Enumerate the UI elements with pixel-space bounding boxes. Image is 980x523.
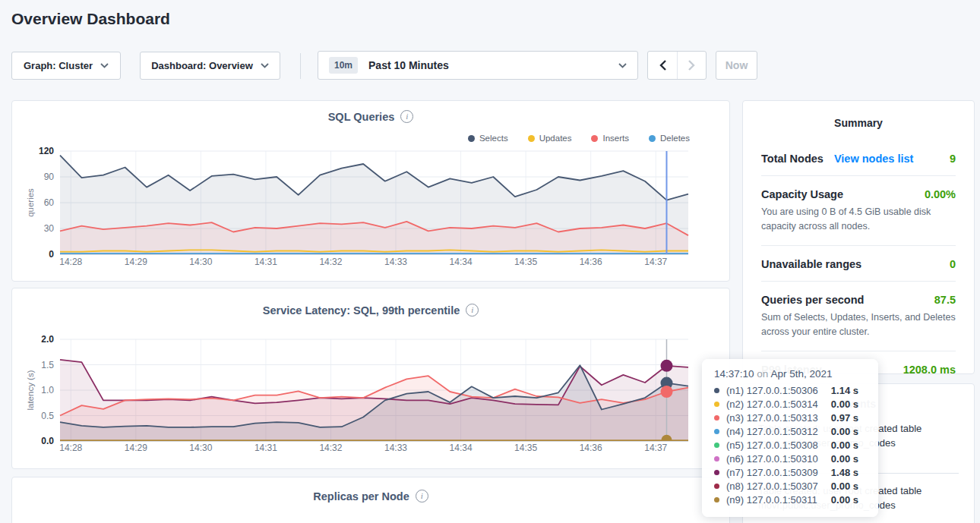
svg-text:14:29: 14:29 — [125, 257, 147, 267]
svg-text:0: 0 — [49, 249, 54, 260]
dashboard-dropdown[interactable]: Dashboard: Overview — [140, 52, 280, 80]
time-step-buttons — [647, 51, 707, 80]
svg-text:14:35: 14:35 — [514, 443, 537, 453]
svg-text:14:36: 14:36 — [580, 257, 602, 267]
node-color-dot — [714, 402, 719, 407]
svg-text:14:28: 14:28 — [59, 443, 82, 453]
node-latency-value: 0.00 s — [831, 480, 858, 492]
node-color-dot — [714, 470, 719, 475]
svg-text:14:36: 14:36 — [580, 443, 602, 453]
replicas-card: Replicas per Node i — [11, 477, 730, 523]
time-range-label: Past 10 Minutes — [368, 59, 618, 71]
node-color-dot — [714, 484, 719, 489]
svg-text:1.5: 1.5 — [41, 360, 54, 370]
node-address: (n5) 127.0.0.1:50308 — [726, 440, 818, 451]
svg-text:90: 90 — [44, 172, 55, 182]
service-latency-chart[interactable]: 14:2814:2914:3014:3114:3214:3314:3414:35… — [12, 288, 729, 468]
next-range-button[interactable] — [677, 52, 706, 79]
separator — [761, 281, 956, 282]
svg-text:14:30: 14:30 — [189, 443, 212, 453]
svg-text:60: 60 — [44, 197, 55, 208]
replicas-title: Replicas per Node — [313, 490, 409, 503]
info-icon[interactable]: i — [416, 490, 428, 503]
prev-range-button[interactable] — [648, 52, 677, 79]
svg-text:0.5: 0.5 — [41, 411, 54, 421]
capacity-usage-label: Capacity Usage — [761, 188, 843, 200]
toolbar-divider — [300, 53, 301, 79]
node-latency-value: 1.48 s — [831, 467, 858, 478]
node-color-dot — [714, 456, 719, 462]
svg-text:14:29: 14:29 — [125, 443, 147, 453]
node-address: (n4) 127.0.0.1:50312 — [726, 426, 818, 437]
node-latency-value: 0.00 s — [831, 494, 858, 506]
node-color-dot — [714, 388, 719, 393]
node-color-dot — [714, 497, 719, 503]
qps-value: 87.5 — [934, 294, 956, 306]
total-nodes-label: Total Nodes — [761, 153, 824, 165]
tooltip-timestamp: 14:37:10 on Apr 5th, 2021 — [714, 368, 866, 380]
now-button[interactable]: Now — [716, 51, 757, 80]
page-title: Overview Dashboard — [11, 10, 170, 28]
total-nodes-value: 9 — [950, 153, 956, 165]
sql-queries-chart[interactable]: 14:2814:2914:3014:3114:3214:3314:3414:35… — [12, 101, 729, 281]
chevron-down-icon — [261, 63, 269, 68]
service-latency-card: Service Latency: SQL, 99th percentile i … — [11, 288, 730, 469]
separator — [761, 245, 956, 246]
node-address: (n2) 127.0.0.1:50314 — [726, 399, 818, 410]
node-latency-value: 1.14 s — [831, 385, 858, 396]
node-color-dot — [714, 429, 719, 434]
tooltip-node-row: (n7) 127.0.0.1:503091.48 s — [714, 465, 866, 479]
chevron-down-icon — [618, 63, 627, 68]
svg-text:14:32: 14:32 — [319, 443, 342, 453]
unavailable-ranges-value: 0 — [950, 258, 956, 270]
node-latency-value: 0.00 s — [831, 399, 858, 410]
capacity-usage-desc: You are using 0 B of 4.5 GiB usable disk… — [743, 205, 974, 235]
svg-text:14:34: 14:34 — [450, 257, 473, 267]
svg-text:14:32: 14:32 — [319, 257, 342, 267]
svg-text:14:37: 14:37 — [644, 443, 667, 453]
graph-dropdown-label: Graph: Cluster — [24, 60, 93, 71]
node-address: (n1) 127.0.0.1:50306 — [726, 385, 818, 396]
time-range-dropdown[interactable]: 10m Past 10 Minutes — [318, 51, 638, 80]
tooltip-node-row: (n1) 127.0.0.1:503061.14 s — [714, 383, 866, 397]
tooltip-node-row: (n6) 127.0.0.1:503100.00 s — [714, 452, 866, 465]
p99-latency-value: 1208.0 ms — [903, 364, 956, 376]
svg-text:latency (s): latency (s) — [26, 370, 35, 410]
tooltip-node-row: (n5) 127.0.0.1:503080.00 s — [714, 438, 866, 452]
svg-text:14:37: 14:37 — [644, 257, 667, 267]
separator — [761, 351, 956, 351]
node-color-dot — [714, 415, 719, 421]
svg-text:14:34: 14:34 — [450, 443, 473, 453]
chart-hover-tooltip: 14:37:10 on Apr 5th, 2021 (n1) 127.0.0.1… — [702, 359, 878, 517]
tooltip-node-row: (n4) 127.0.0.1:503120.00 s — [714, 424, 866, 438]
node-latency-value: 0.97 s — [831, 412, 858, 424]
svg-text:14:31: 14:31 — [254, 443, 277, 453]
tooltip-node-row: (n9) 127.0.0.1:503110.00 s — [714, 493, 866, 506]
svg-text:30: 30 — [44, 223, 55, 234]
svg-text:queries: queries — [26, 188, 35, 217]
node-latency-value: 0.00 s — [831, 426, 858, 437]
summary-heading: Summary — [743, 117, 974, 129]
svg-text:14:28: 14:28 — [59, 257, 82, 267]
capacity-usage-value: 0.00% — [925, 188, 956, 200]
node-latency-value: 0.00 s — [831, 453, 858, 465]
sql-queries-card: SQL Queries i SelectsUpdatesInsertsDelet… — [11, 100, 730, 282]
tooltip-node-row: (n3) 127.0.0.1:503130.97 s — [714, 411, 866, 424]
svg-text:14:35: 14:35 — [514, 257, 537, 267]
time-range-badge: 10m — [329, 57, 358, 74]
svg-text:14:30: 14:30 — [189, 257, 212, 267]
node-latency-value: 0.00 s — [831, 440, 858, 451]
node-address: (n8) 127.0.0.1:50307 — [726, 480, 818, 492]
svg-text:0.0: 0.0 — [41, 436, 54, 446]
svg-text:14:33: 14:33 — [384, 443, 407, 453]
svg-text:1.0: 1.0 — [41, 385, 54, 395]
node-address: (n6) 127.0.0.1:50310 — [726, 453, 818, 465]
qps-label: Queries per second — [761, 294, 864, 306]
tooltip-node-row: (n2) 127.0.0.1:503140.00 s — [714, 397, 866, 411]
view-nodes-list-link[interactable]: View nodes list — [834, 153, 914, 165]
node-address: (n7) 127.0.0.1:50309 — [726, 467, 818, 478]
separator — [761, 175, 956, 176]
svg-text:14:31: 14:31 — [254, 257, 277, 267]
graph-dropdown[interactable]: Graph: Cluster — [11, 52, 121, 80]
dashboard-dropdown-label: Dashboard: Overview — [151, 60, 253, 71]
